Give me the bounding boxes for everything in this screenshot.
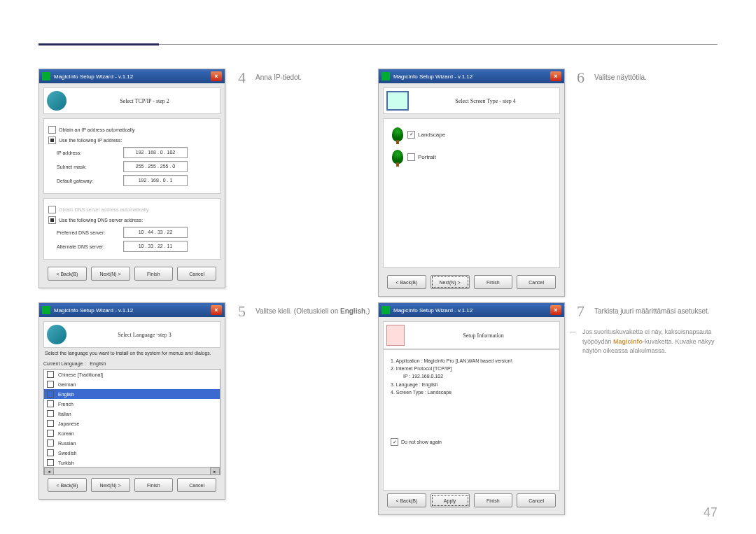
finish-button[interactable]: Finish [474, 493, 513, 507]
gateway-input[interactable]: 192 . 168 . 0 . 1 [123, 175, 188, 186]
win-title: MagicInfo Setup Wizard - v.1.12 [54, 73, 133, 80]
hand-icon [386, 325, 405, 346]
win-step6: MagicInfo Setup Wizard - v.1.12× Select … [378, 69, 565, 297]
step7-desc: Tarkista juuri määrittämäsi asetukset. [594, 302, 710, 321]
scroll-left-icon[interactable]: ◄ [44, 468, 54, 475]
finish-button[interactable]: Finish [474, 275, 513, 289]
back-button[interactable]: < Back(B) [387, 275, 426, 289]
close-icon[interactable]: × [211, 305, 222, 315]
cancel-button[interactable]: Cancel [177, 478, 216, 492]
globe-icon [47, 325, 66, 344]
noshow-checkbox[interactable] [391, 438, 398, 446]
globe-icon [47, 91, 66, 111]
app-icon [382, 306, 390, 314]
back-button[interactable]: < Back(B) [48, 267, 87, 281]
finish-button[interactable]: Finish [134, 478, 174, 492]
use-ip-checkbox[interactable] [48, 136, 56, 144]
next-button[interactable]: Next(N) > [430, 275, 470, 289]
use-dns-checkbox[interactable] [48, 216, 56, 224]
subnet-input[interactable]: 255 . 255 . 255 . 0 [123, 161, 188, 172]
auto-dns-checkbox [48, 206, 56, 213]
step4-desc: Anna IP-tiedot. [255, 69, 302, 87]
portrait-checkbox[interactable] [407, 153, 415, 161]
step6-title: Select Screen Type - step 4 [414, 98, 556, 104]
cancel-button[interactable]: Cancel [517, 493, 556, 507]
apply-button[interactable]: Apply [430, 493, 470, 507]
tree-icon [392, 127, 403, 141]
page-number: 47 [704, 505, 718, 520]
close-icon[interactable]: × [550, 305, 561, 315]
win-step4: MagicInfo Setup Wizard - v.1.12× Select … [38, 69, 225, 288]
back-button[interactable]: < Back(B) [48, 478, 87, 492]
step7-title: Setup Information [410, 332, 556, 339]
pdns-input[interactable]: 10 . 44 . 33 . 22 [123, 227, 188, 238]
next-button[interactable]: Next(N) > [91, 478, 130, 492]
auto-ip-checkbox[interactable] [48, 126, 56, 134]
step6-desc: Valitse näyttötila. [594, 69, 647, 87]
win-step5: MagicInfo Setup Wizard - v.1.12× Select … [38, 302, 225, 500]
win-step7: MagicInfo Setup Wizard - v.1.12× Setup I… [378, 302, 565, 515]
step4-num: 4 [238, 69, 246, 87]
app-icon [42, 306, 50, 314]
step7-note: ―Jos suorituskuvaketta ei näy, kaksoisna… [577, 328, 717, 356]
close-icon[interactable]: × [550, 71, 561, 81]
cancel-button[interactable]: Cancel [177, 267, 216, 281]
monitor-icon [386, 91, 409, 111]
language-list[interactable]: Chinese [Traditional] German English Fre… [43, 369, 220, 475]
app-icon [42, 72, 50, 80]
step4-title: Select TCP/IP - step 2 [72, 98, 217, 104]
back-button[interactable]: < Back(B) [387, 493, 426, 507]
adns-input[interactable]: 10 . 33 . 22 . 11 [123, 241, 188, 252]
close-icon[interactable]: × [211, 71, 222, 81]
ip-input[interactable]: 192 . 168 . 0 . 102 [123, 147, 188, 158]
tree-icon [392, 150, 403, 164]
step6-num: 6 [577, 69, 584, 87]
cancel-button[interactable]: Cancel [517, 275, 556, 289]
step5-title: Select Language -step 3 [72, 332, 217, 338]
step5-num: 5 [238, 302, 246, 321]
next-button[interactable]: Next(N) > [91, 267, 130, 281]
scroll-right-icon[interactable]: ► [210, 468, 220, 475]
finish-button[interactable]: Finish [134, 267, 174, 281]
step5-desc: Valitse kieli. (Oletuskieli on English.) [255, 302, 370, 321]
step7-num: 7 [577, 302, 584, 321]
landscape-checkbox[interactable] [407, 131, 415, 139]
app-icon [382, 72, 390, 80]
